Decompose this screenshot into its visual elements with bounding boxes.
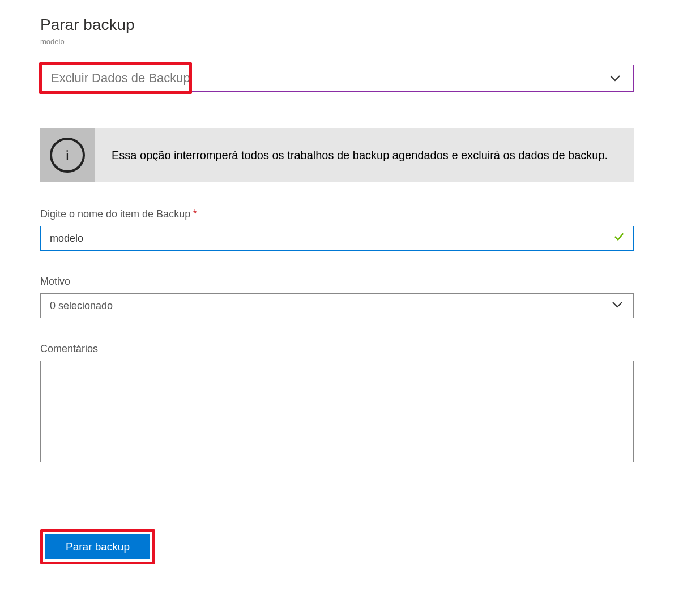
item-name-label: Digite o nome do item de Backup* [40,207,634,220]
page-title: Parar backup [40,16,685,34]
panel-footer: Parar backup [15,513,685,564]
item-name-field: Digite o nome do item de Backup* [40,207,634,251]
reason-label: Motivo [40,276,634,288]
backup-action-dropdown[interactable]: Excluir Dados de Backup [40,65,634,92]
reason-field: Motivo 0 selecionado [40,276,634,318]
comments-field: Comentários [40,343,634,465]
highlight-box: Parar backup [40,529,155,564]
comments-textarea[interactable] [40,361,634,462]
required-asterisk: * [193,207,197,220]
info-icon-box: i [40,128,95,182]
page-subtitle: modelo [40,37,685,46]
info-icon: i [50,138,85,173]
check-icon [613,230,625,246]
comments-label: Comentários [40,343,634,355]
info-banner: i Essa opção interromperá todos os traba… [40,128,634,182]
reason-dropdown[interactable]: 0 selecionado [40,293,634,318]
backup-action-selected-label: Excluir Dados de Backup [51,71,607,85]
info-message: Essa opção interromperá todos os trabalh… [112,149,608,162]
panel-body: Excluir Dados de Backup i Essa opção int… [15,52,685,465]
panel-header: Parar backup modelo [15,2,685,52]
item-name-label-text: Digite o nome do item de Backup [40,208,190,220]
stop-backup-button[interactable]: Parar backup [45,534,150,559]
item-name-input-wrap [40,226,634,251]
reason-selected-label: 0 selecionado [50,300,611,312]
chevron-down-icon [607,70,623,86]
chevron-down-icon [611,298,624,314]
stop-backup-panel: Parar backup modelo Excluir Dados de Bac… [15,2,685,585]
item-name-input[interactable] [50,233,624,245]
